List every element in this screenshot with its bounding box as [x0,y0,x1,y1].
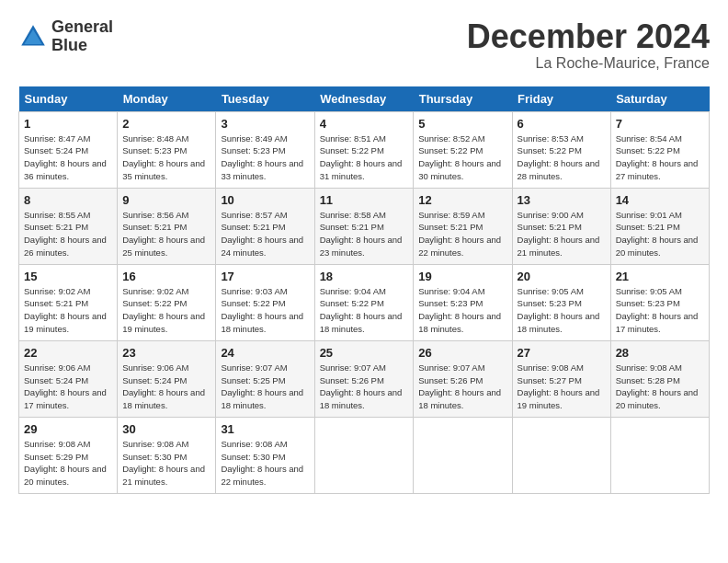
day-number: 30 [122,422,210,436]
day-info: Sunrise: 9:02 AMSunset: 5:21 PMDaylight:… [24,285,112,336]
day-info: Sunrise: 9:02 AMSunset: 5:22 PMDaylight:… [122,285,210,336]
day-number: 6 [518,117,606,131]
day-info: Sunrise: 9:00 AMSunset: 5:21 PMDaylight:… [518,209,606,259]
page-header: General Blue December 2024 La Roche-Maur… [18,18,710,72]
calendar-day-25: 25Sunrise: 9:07 AMSunset: 5:26 PMDayligh… [314,340,414,417]
day-number: 21 [616,270,704,283]
day-number: 31 [221,422,309,436]
calendar-day-26: 26Sunrise: 9:07 AMSunset: 5:26 PMDayligh… [414,340,512,417]
calendar-day-6: 6Sunrise: 8:53 AMSunset: 5:22 PMDaylight… [512,111,610,188]
day-number: 25 [320,346,409,360]
day-number: 10 [221,193,309,207]
day-number: 27 [518,346,606,360]
day-number: 2 [122,117,210,131]
day-number: 20 [518,270,606,283]
empty-cell [314,417,414,493]
calendar-day-7: 7Sunrise: 8:54 AMSunset: 5:22 PMDaylight… [610,111,709,188]
calendar-day-2: 2Sunrise: 8:48 AMSunset: 5:23 PMDaylight… [118,111,216,188]
day-info: Sunrise: 9:08 AMSunset: 5:30 PMDaylight:… [122,438,210,488]
calendar-week-5: 29Sunrise: 9:08 AMSunset: 5:29 PMDayligh… [19,417,710,493]
calendar-day-5: 5Sunrise: 8:52 AMSunset: 5:22 PMDaylight… [414,111,512,188]
day-info: Sunrise: 8:56 AMSunset: 5:21 PMDaylight:… [122,209,210,259]
day-number: 15 [24,270,112,283]
day-info: Sunrise: 8:48 AMSunset: 5:23 PMDaylight:… [122,132,210,183]
day-info: Sunrise: 9:08 AMSunset: 5:27 PMDaylight:… [518,362,606,412]
day-number: 26 [418,346,506,360]
weekday-header-saturday: Saturday [610,86,709,112]
calendar-day-22: 22Sunrise: 9:06 AMSunset: 5:24 PMDayligh… [19,340,118,417]
day-number: 23 [122,346,210,360]
day-number: 13 [518,193,606,207]
day-info: Sunrise: 8:54 AMSunset: 5:22 PMDaylight:… [616,132,704,183]
empty-cell [610,417,709,493]
day-info: Sunrise: 8:57 AMSunset: 5:21 PMDaylight:… [221,209,309,259]
calendar-day-30: 30Sunrise: 9:08 AMSunset: 5:30 PMDayligh… [118,417,216,493]
calendar-week-1: 1Sunrise: 8:47 AMSunset: 5:24 PMDaylight… [19,111,710,188]
day-number: 7 [616,117,704,131]
calendar-day-21: 21Sunrise: 9:05 AMSunset: 5:23 PMDayligh… [610,264,709,340]
calendar-day-17: 17Sunrise: 9:03 AMSunset: 5:22 PMDayligh… [216,264,314,340]
day-number: 5 [418,117,506,131]
calendar-day-13: 13Sunrise: 9:00 AMSunset: 5:21 PMDayligh… [512,188,610,264]
calendar-day-14: 14Sunrise: 9:01 AMSunset: 5:21 PMDayligh… [610,188,709,264]
logo: General Blue [18,18,113,55]
logo-icon [18,22,48,52]
day-info: Sunrise: 8:53 AMSunset: 5:22 PMDaylight:… [518,132,606,183]
title-section: December 2024 La Roche-Maurice, France [467,18,710,72]
day-info: Sunrise: 9:05 AMSunset: 5:23 PMDaylight:… [616,285,704,336]
weekday-header-sunday: Sunday [19,86,118,112]
day-number: 8 [24,193,112,207]
calendar-day-27: 27Sunrise: 9:08 AMSunset: 5:27 PMDayligh… [512,340,610,417]
empty-cell [512,417,610,493]
calendar-day-18: 18Sunrise: 9:04 AMSunset: 5:22 PMDayligh… [314,264,414,340]
weekday-header-row: SundayMondayTuesdayWednesdayThursdayFrid… [19,86,710,112]
calendar-day-8: 8Sunrise: 8:55 AMSunset: 5:21 PMDaylight… [19,188,118,264]
weekday-header-thursday: Thursday [414,86,512,112]
day-number: 17 [221,270,309,283]
calendar-day-20: 20Sunrise: 9:05 AMSunset: 5:23 PMDayligh… [512,264,610,340]
day-info: Sunrise: 9:08 AMSunset: 5:29 PMDaylight:… [24,438,112,488]
day-number: 11 [320,193,409,207]
day-info: Sunrise: 9:06 AMSunset: 5:24 PMDaylight:… [122,362,210,412]
day-info: Sunrise: 9:03 AMSunset: 5:22 PMDaylight:… [221,285,309,336]
day-info: Sunrise: 9:01 AMSunset: 5:21 PMDaylight:… [616,209,704,259]
calendar-day-19: 19Sunrise: 9:04 AMSunset: 5:23 PMDayligh… [414,264,512,340]
calendar-week-4: 22Sunrise: 9:06 AMSunset: 5:24 PMDayligh… [19,340,710,417]
day-number: 22 [24,346,112,360]
calendar-day-11: 11Sunrise: 8:58 AMSunset: 5:21 PMDayligh… [314,188,414,264]
calendar-day-23: 23Sunrise: 9:06 AMSunset: 5:24 PMDayligh… [118,340,216,417]
day-number: 18 [320,270,409,283]
calendar-day-29: 29Sunrise: 9:08 AMSunset: 5:29 PMDayligh… [19,417,118,493]
day-info: Sunrise: 8:55 AMSunset: 5:21 PMDaylight:… [24,209,112,259]
calendar-day-10: 10Sunrise: 8:57 AMSunset: 5:21 PMDayligh… [216,188,314,264]
calendar-day-3: 3Sunrise: 8:49 AMSunset: 5:23 PMDaylight… [216,111,314,188]
day-info: Sunrise: 9:05 AMSunset: 5:23 PMDaylight:… [518,285,606,336]
calendar-day-12: 12Sunrise: 8:59 AMSunset: 5:21 PMDayligh… [414,188,512,264]
day-info: Sunrise: 8:52 AMSunset: 5:22 PMDaylight:… [418,132,506,183]
day-number: 4 [320,117,409,131]
day-info: Sunrise: 9:06 AMSunset: 5:24 PMDaylight:… [24,362,112,412]
month-title: December 2024 [467,18,710,55]
day-number: 24 [221,346,309,360]
day-info: Sunrise: 9:07 AMSunset: 5:25 PMDaylight:… [221,362,309,412]
day-info: Sunrise: 9:08 AMSunset: 5:30 PMDaylight:… [221,438,309,488]
calendar-day-28: 28Sunrise: 9:08 AMSunset: 5:28 PMDayligh… [610,340,709,417]
weekday-header-wednesday: Wednesday [314,86,414,112]
day-number: 1 [24,117,112,131]
day-info: Sunrise: 9:08 AMSunset: 5:28 PMDaylight:… [616,362,704,412]
day-info: Sunrise: 8:47 AMSunset: 5:24 PMDaylight:… [24,132,112,183]
calendar-day-1: 1Sunrise: 8:47 AMSunset: 5:24 PMDaylight… [19,111,118,188]
day-number: 16 [122,270,210,283]
day-number: 19 [418,270,506,283]
day-info: Sunrise: 8:58 AMSunset: 5:21 PMDaylight:… [320,209,409,259]
day-number: 29 [24,422,112,436]
day-info: Sunrise: 9:07 AMSunset: 5:26 PMDaylight:… [418,362,506,412]
day-info: Sunrise: 8:51 AMSunset: 5:22 PMDaylight:… [320,132,409,183]
day-info: Sunrise: 9:07 AMSunset: 5:26 PMDaylight:… [320,362,409,412]
calendar-week-3: 15Sunrise: 9:02 AMSunset: 5:21 PMDayligh… [19,264,710,340]
day-info: Sunrise: 9:04 AMSunset: 5:23 PMDaylight:… [418,285,506,336]
calendar-day-24: 24Sunrise: 9:07 AMSunset: 5:25 PMDayligh… [216,340,314,417]
calendar-day-16: 16Sunrise: 9:02 AMSunset: 5:22 PMDayligh… [118,264,216,340]
location: La Roche-Maurice, France [467,55,710,72]
day-number: 9 [122,193,210,207]
